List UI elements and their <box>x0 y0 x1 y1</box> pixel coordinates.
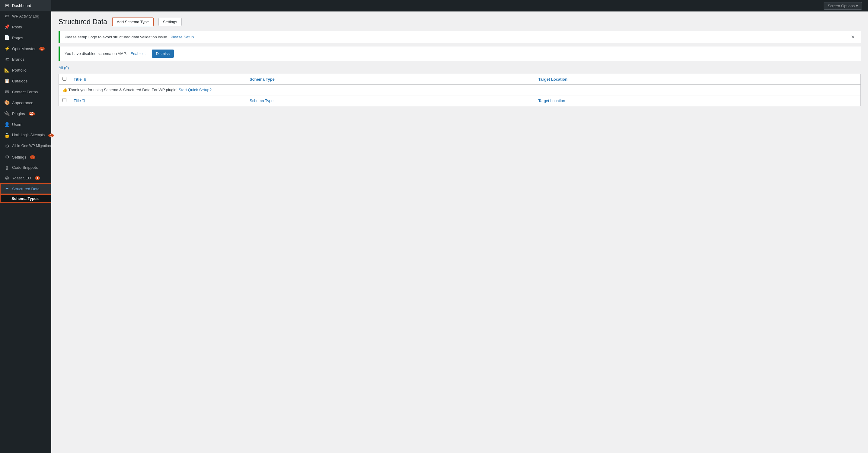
brands-icon: 🏷 <box>4 57 10 62</box>
enable-it-link[interactable]: Enable it <box>130 51 146 56</box>
please-setup-link[interactable]: Please Setup <box>170 35 194 39</box>
settings-icon: ⚙ <box>4 154 10 160</box>
select-all-checkbox[interactable] <box>62 77 66 81</box>
catalogs-icon: 📋 <box>4 78 10 84</box>
dashboard-icon: ⊞ <box>4 3 10 8</box>
pages-icon: 📄 <box>4 35 10 40</box>
bottom-checkbox-cell <box>59 95 70 106</box>
settings-badge: 3 <box>30 155 35 159</box>
page-title: Structured Data <box>59 18 107 26</box>
users-icon: 👤 <box>4 122 10 127</box>
optinmonster-badge: 1 <box>39 47 45 51</box>
logo-notice: Please setup Logo to avoid structured da… <box>59 31 861 43</box>
posts-icon: 📌 <box>4 24 10 30</box>
welcome-message-cell: 👍 Thank you for using Schema & Structure… <box>59 85 861 95</box>
yoast-badge: 1 <box>35 176 40 180</box>
schema-type-column-header[interactable]: Schema Type <box>246 74 535 85</box>
filter-bar: All (0) <box>59 65 861 70</box>
logo-notice-text: Please setup Logo to avoid structured da… <box>65 35 194 39</box>
sidebar-item-portfolio[interactable]: 📐 Portfolio <box>0 65 51 76</box>
sidebar-item-users[interactable]: 👤 Users <box>0 119 51 130</box>
appearance-icon: 🎨 <box>4 100 10 105</box>
screen-options-button[interactable]: Screen Options ▾ <box>824 2 862 10</box>
title-sort-icon: ⇅ <box>84 78 86 81</box>
target-location-column-header[interactable]: Target Location <box>535 74 861 85</box>
sidebar-item-settings[interactable]: ⚙ Settings 3 <box>0 152 51 162</box>
sidebar-item-all-in-one[interactable]: ⚙ All-in-One WP Migration <box>0 141 51 152</box>
yoast-icon: ◎ <box>4 175 10 181</box>
sidebar-item-wp-activity-log[interactable]: 👁 WP Activity Log <box>0 11 51 22</box>
sidebar-item-pages[interactable]: 📄 Pages <box>0 32 51 43</box>
logo-notice-close-button[interactable]: ✕ <box>849 34 856 40</box>
select-all-header <box>59 74 70 85</box>
add-schema-type-button[interactable]: Add Schema Type <box>112 18 154 26</box>
sidebar-item-limit-login[interactable]: 🔒 Limit Login Attempts 1 <box>0 130 51 141</box>
bottom-select-all-checkbox[interactable] <box>62 98 66 102</box>
activity-log-icon: 👁 <box>4 13 10 19</box>
sidebar-item-catalogs[interactable]: 📋 Catalogs <box>0 76 51 86</box>
settings-button[interactable]: Settings <box>158 18 182 26</box>
quick-setup-link[interactable]: Start Quick Setup? <box>179 88 212 92</box>
sidebar-subitem-schema-types[interactable]: Schema Types <box>0 194 51 203</box>
amp-notice: You have disabled schema on AMP. Enable … <box>59 47 861 61</box>
contact-forms-icon: ✉ <box>4 89 10 94</box>
sidebar-item-appearance[interactable]: 🎨 Appearance <box>0 97 51 108</box>
page-header: Structured Data Add Schema Type Settings <box>59 18 861 26</box>
optinmonster-icon: ⚡ <box>4 46 10 51</box>
main-content: Screen Options ▾ Structured Data Add Sch… <box>51 0 868 453</box>
schema-table: Title ⇅ Schema Type Target Location <box>59 74 861 106</box>
bottom-schema-type-cell: Schema Type <box>246 95 535 106</box>
plugins-icon: 🔌 <box>4 111 10 116</box>
content-area: Structured Data Add Schema Type Settings… <box>51 11 868 453</box>
sidebar-item-yoast-seo[interactable]: ◎ Yoast SEO 1 <box>0 173 51 183</box>
table-row-bottom: Title ⇅ Schema Type Target Location <box>59 95 861 106</box>
filter-all-link[interactable]: All (0) <box>59 65 69 70</box>
welcome-message-row: 👍 Thank you for using Schema & Structure… <box>59 85 861 95</box>
thumbs-up-icon: 👍 <box>62 88 67 92</box>
bottom-title-cell[interactable]: Title ⇅ <box>70 95 246 106</box>
bottom-target-location-cell: Target Location <box>535 95 861 106</box>
sidebar-item-optinmonster[interactable]: ⚡ OptinMonster 1 <box>0 43 51 54</box>
sidebar-item-structured-data[interactable]: ✦ Structured Data <box>0 183 51 194</box>
data-table-wrap: Title ⇅ Schema Type Target Location <box>59 74 861 106</box>
sidebar-item-brands[interactable]: 🏷 Brands <box>0 54 51 65</box>
topbar: Screen Options ▾ <box>51 0 868 11</box>
sidebar-item-contact-forms[interactable]: ✉ Contact Forms <box>0 86 51 97</box>
bottom-title-sort-icon: ⇅ <box>82 98 85 103</box>
all-in-one-icon: ⚙ <box>4 144 10 149</box>
chevron-down-icon: ▾ <box>856 4 858 8</box>
code-snippets-icon: {} <box>4 165 10 170</box>
table-body: 👍 Thank you for using Schema & Structure… <box>59 85 861 106</box>
sidebar-item-posts[interactable]: 📌 Posts <box>0 22 51 32</box>
limit-login-badge: 1 <box>48 133 54 138</box>
sidebar: ⊞ Dashboard 👁 WP Activity Log 📌 Posts 📄 … <box>0 0 51 453</box>
sidebar-item-plugins[interactable]: 🔌 Plugins 20 <box>0 108 51 119</box>
portfolio-icon: 📐 <box>4 67 10 73</box>
table-header: Title ⇅ Schema Type Target Location <box>59 74 861 85</box>
plugins-badge: 20 <box>29 112 35 116</box>
limit-login-icon: 🔒 <box>4 132 10 138</box>
structured-data-icon: ✦ <box>4 186 10 191</box>
title-column-header[interactable]: Title ⇅ <box>70 74 246 85</box>
sidebar-item-code-snippets[interactable]: {} Code Snippets <box>0 162 51 173</box>
sidebar-item-dashboard[interactable]: ⊞ Dashboard <box>0 0 51 11</box>
dismiss-button[interactable]: Dismiss <box>152 50 174 58</box>
